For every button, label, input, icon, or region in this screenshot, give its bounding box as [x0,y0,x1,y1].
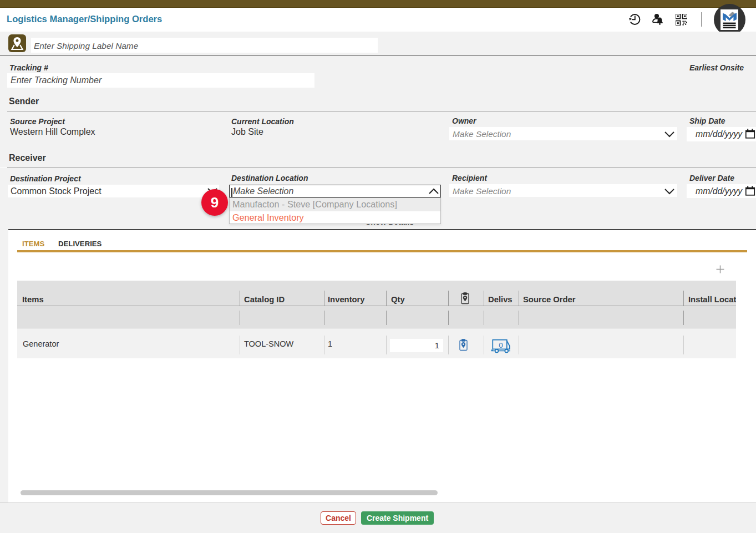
svg-text:0: 0 [499,341,503,349]
